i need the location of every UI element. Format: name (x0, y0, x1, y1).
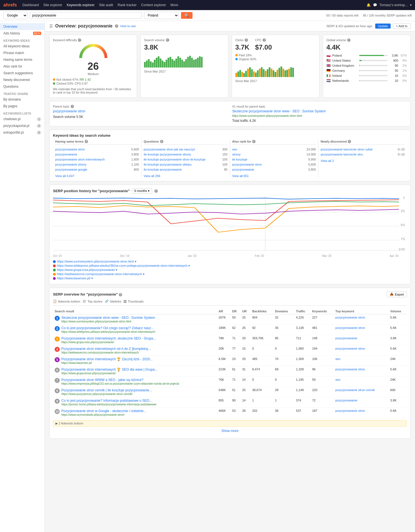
col-keywords[interactable]: Keywords (310, 308, 334, 314)
kw-col-info-icon[interactable]: ? (85, 140, 88, 143)
search-button[interactable]: 🔍 (181, 12, 193, 19)
menu-icon[interactable]: ☰ (49, 24, 53, 28)
top-keyword-link[interactable]: pozycjonowanie stron (335, 368, 365, 371)
filter-top-stories[interactable]: 📰 Top stories (82, 299, 102, 303)
legend-item[interactable]: https://webwavecms.com/pozycjonowanie-st… (53, 272, 407, 276)
top-keyword-link[interactable]: pozycjonowanie stron (335, 409, 365, 412)
sidebar-item-questions[interactable]: Questions (0, 83, 45, 90)
sidebar-item-by-pages[interactable]: By pages (0, 103, 45, 110)
parent-topic-link[interactable]: pozycjonowanie stron (53, 109, 85, 113)
top-keyword-link[interactable]: seo (335, 378, 340, 381)
help-icon[interactable]: ? (115, 24, 118, 28)
show-more-link[interactable]: Show more (53, 427, 407, 435)
serp-chart-info-icon[interactable]: ? (154, 189, 158, 193)
result-title-link[interactable]: Co to jest pozycjonowanie? Informacje po… (61, 399, 156, 403)
top-keyword-link[interactable]: pozycjonowanie (335, 399, 357, 402)
nav-more[interactable]: More (170, 3, 178, 7)
result-title-link[interactable]: Pozycjonowanie stron w Google - skuteczn… (61, 409, 146, 413)
top-keyword-link[interactable]: pozycjonowanie stron (335, 326, 365, 329)
legend-item[interactable]: https://www.sunrisesystem.pl/pozycjonowa… (53, 260, 407, 263)
view-all-link[interactable]: View all 2 (321, 159, 405, 162)
sidebar-item-by-domains[interactable]: By domains (0, 96, 45, 103)
period-dropdown[interactable]: 6 months ▾ (132, 188, 152, 194)
nav-site-audit[interactable]: Site audit (99, 3, 113, 7)
engine-select[interactable]: Google Bing YouTube Amazon (3, 12, 27, 19)
sidebar-item-having-same-terms[interactable]: Having same terms (0, 56, 45, 63)
col-top-keyword[interactable]: Top keyword (334, 308, 389, 314)
kw-col-info-icon[interactable]: ? (348, 140, 351, 143)
top-keyword-link[interactable]: pozycjonowanie stron cennik (335, 388, 375, 392)
sidebar-item-phrase-match[interactable]: Phrase match (0, 50, 45, 56)
notifications-icon[interactable]: 🔔 (367, 3, 371, 7)
kw-link[interactable]: pozycjonowanie strony (55, 163, 86, 166)
kw-link[interactable]: ile kosztuje pozycjonowanie sklepu (144, 163, 192, 166)
col-search-result[interactable]: Search result (53, 308, 217, 314)
top-keyword-link[interactable]: pozycjonowanie (335, 336, 357, 340)
kw-link[interactable]: pozycjonowanie tworzenie stron cybal (321, 148, 372, 151)
sidebar-item-all-keyword-ideas[interactable]: All keyword ideas (0, 43, 45, 50)
legend-item[interactable]: https://www.whitepress.pl/baza-wiedzy/36… (53, 264, 407, 268)
kw-col-info-icon[interactable]: ? (252, 140, 256, 143)
kw-link[interactable]: pozycjonowanie (55, 153, 77, 156)
sidebar-item-newly-discovered[interactable]: Newly discovered (0, 76, 45, 83)
view-all-link[interactable]: View all 651 (232, 174, 316, 178)
col-ur[interactable]: UR (240, 308, 251, 314)
volume-info-icon[interactable]: ? (166, 38, 169, 42)
sidebar-item-list2[interactable]: pozyczkaportal.pl 0 (0, 122, 45, 129)
keyword-input[interactable] (30, 12, 142, 19)
clicks-info-icon[interactable]: ? (245, 38, 248, 42)
user-menu[interactable]: 🔔 💬 Tomasz's worksp... ▾ (367, 3, 412, 7)
result-url-link[interactable]: https://www.sunrisesystem.pl/pozycjonowa… (232, 114, 302, 117)
nav-content-explorer[interactable]: Content explorer (141, 3, 166, 7)
result-title-link[interactable]: Skuteczne pozycjonowanie stron www - SEO… (61, 316, 155, 320)
kw-link[interactable]: pozycjonowanie stron internetowych (55, 158, 105, 161)
sidebar-item-ads-history[interactable]: Ads history BETA (0, 30, 45, 37)
view-all-link[interactable]: View all 4,647 (55, 174, 139, 178)
country-select[interactable]: Poland United States United Kingdom (144, 12, 179, 19)
nav-keywords-explorer[interactable]: Keywords explorer (67, 3, 94, 7)
kw-link[interactable]: pozycjonowanie stron (232, 163, 262, 166)
filter-thumbnails[interactable]: 🖼 Thumbnails (124, 299, 144, 303)
sidebar-item-list3[interactable]: extraportfel.pl 0 (0, 129, 45, 136)
sidebar-item-search-suggestions[interactable]: Search suggestions (0, 70, 45, 76)
messages-icon[interactable]: 💬 (373, 3, 377, 7)
kw-link[interactable]: ile kosztuje pozycjonowanie strony (144, 153, 191, 156)
top-keyword-link[interactable]: pozycjonowanie stron (335, 316, 365, 319)
user-name[interactable]: Tomasz's worksp... (379, 3, 408, 7)
result-title-link[interactable]: Skuteczne pozycjonowanie stron www - SEO… (232, 109, 326, 113)
cpc-info-icon[interactable]: ? (263, 38, 266, 42)
col-ar[interactable]: AR (217, 308, 230, 314)
col-traffic[interactable]: Traffic (294, 308, 310, 314)
adwords-bottom[interactable]: ▶ 2 Adwords bottom (53, 420, 407, 427)
sidebar-item-overview[interactable]: Overview (0, 23, 45, 30)
export-button[interactable]: 📥 Export (387, 291, 407, 297)
nav-dashboard[interactable]: Dashboard (22, 3, 39, 7)
kw-link[interactable]: strony (232, 153, 241, 156)
col-dr[interactable]: DR (230, 308, 240, 314)
filter-adwords[interactable]: 📋 Adwords bottom (53, 299, 80, 303)
kw-col-info-icon[interactable]: ? (160, 140, 163, 143)
how-to-use-link[interactable]: How to use (120, 24, 136, 28)
nav-rank-tracker[interactable]: Rank tracker (118, 3, 137, 7)
kw-link[interactable]: pozycjonowanie (232, 168, 254, 171)
col-domains[interactable]: Domains (273, 308, 294, 314)
sidebar-item-list1[interactable]: chwilowo.pl 1 (0, 116, 45, 122)
view-all-link[interactable]: View all 256 (144, 174, 228, 178)
col-backlinks[interactable]: Backlinks (251, 308, 273, 314)
kw-link[interactable]: seo (232, 148, 237, 151)
result-title-link[interactable]: Pozycjonowanie stron internetowych, skut… (61, 336, 156, 340)
result-title-link[interactable]: Pozycjonowanie stron internetowych 🏆 Zac… (61, 357, 153, 361)
kw-link[interactable]: pozycjonowanie stron (55, 148, 85, 151)
legend-item[interactable]: https://www.grupa-icea.pl/pozycjonowanie… (53, 268, 407, 272)
update-button[interactable]: Update (375, 24, 391, 29)
result-title-link[interactable]: Co to jest pozycjonowanie? Od czego zacz… (61, 326, 155, 330)
kw-link[interactable]: ile kosztuje pozycjonowanie stron ile ko… (144, 158, 206, 161)
kd-info-icon[interactable]: ? (78, 38, 81, 42)
add-to-button[interactable]: + Add to (393, 23, 411, 29)
kw-link[interactable]: pozycjonowanie google (55, 168, 87, 171)
nav-site-explorer[interactable]: Site explorer (43, 3, 62, 7)
filter-sitelinks[interactable]: 🔗 Sitelinks (105, 299, 121, 303)
top-keyword-link[interactable]: pozycjonowanie stron (335, 347, 365, 350)
global-volume-info-icon[interactable]: ? (347, 38, 351, 42)
parent-topic-info-icon[interactable]: ? (71, 105, 74, 108)
